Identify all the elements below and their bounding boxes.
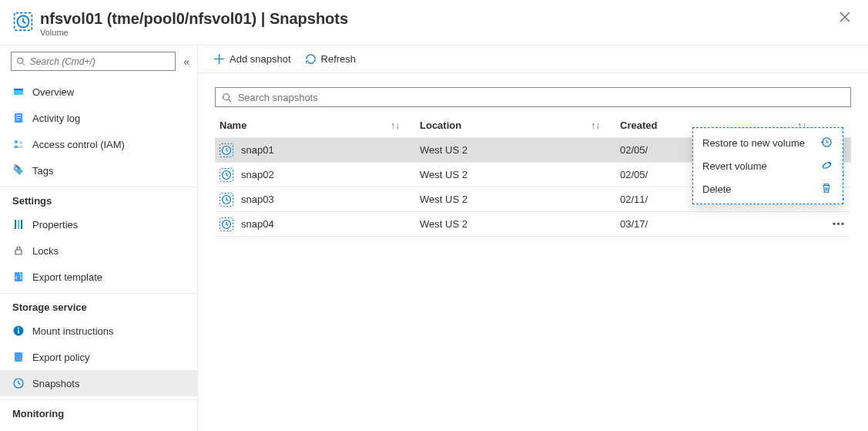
sidebar-item-label: Activity log: [32, 113, 80, 124]
snapshot-search[interactable]: [215, 87, 851, 107]
sidebar-item-export-policy[interactable]: Export policy: [0, 344, 197, 370]
search-icon: [16, 56, 25, 66]
sidebar-item-label: Tags: [32, 165, 53, 177]
volume-snapshot-icon: [12, 11, 34, 32]
svg-rect-8: [16, 120, 19, 120]
svg-point-9: [15, 140, 18, 143]
activity-icon: [12, 112, 25, 124]
restore-icon: [821, 136, 833, 149]
close-button[interactable]: [837, 9, 853, 25]
revert-icon: [821, 160, 833, 172]
sidebar-item-tags[interactable]: Tags: [0, 157, 197, 184]
overview-icon: [12, 86, 25, 98]
svg-rect-14: [21, 220, 22, 229]
sidebar-item-access-control[interactable]: Access control (IAM): [0, 131, 197, 157]
sidebar-item-activity-log[interactable]: Activity log: [0, 105, 197, 131]
snapshot-icon: [220, 143, 233, 157]
name-cell: snap03: [220, 193, 420, 207]
sidebar-item-label: Properties: [32, 219, 78, 231]
trash-icon: [821, 183, 833, 195]
page-header: nfsvol01 (tme/pool0/nfsvol01) | Snapshot…: [0, 0, 868, 45]
svg-point-11: [15, 168, 17, 170]
snapshot-icon: [220, 168, 233, 182]
sidebar-item-label: Access control (IAM): [32, 139, 125, 150]
location-cell: West US 2: [420, 218, 620, 230]
sidebar-item-label: Locks: [32, 245, 59, 257]
template-icon: [12, 271, 25, 283]
sort-icon: ↑↓: [591, 120, 600, 131]
sidebar-item-label: Snapshots: [32, 378, 79, 389]
snapshot-name: snap03: [241, 194, 274, 205]
column-name[interactable]: Name ↑↓: [220, 120, 420, 131]
sidebar-item-metrics[interactable]: Metrics: [0, 424, 197, 431]
nav-section-monitoring: Monitoring: [0, 399, 197, 424]
delete-item[interactable]: Delete: [693, 177, 843, 200]
refresh-button[interactable]: Refresh: [305, 53, 357, 65]
name-cell: snap02: [220, 168, 420, 182]
info-icon: [12, 325, 25, 337]
svg-rect-7: [16, 117, 21, 118]
iam-icon: [12, 138, 25, 150]
row-context-menu: Restore to new volume Revert volume Dele…: [692, 127, 843, 204]
name-cell: snap04: [220, 217, 420, 231]
svg-point-36: [829, 162, 830, 163]
svg-point-10: [19, 141, 22, 144]
name-cell: snap01: [220, 143, 420, 157]
sidebar-item-properties[interactable]: Properties: [0, 211, 197, 237]
tags-icon: [12, 164, 25, 177]
svg-rect-13: [18, 220, 19, 229]
location-cell: West US 2: [420, 144, 620, 156]
nav-section-storage-service: Storage service: [0, 293, 197, 318]
svg-point-2: [17, 58, 22, 63]
policy-icon: [12, 351, 25, 363]
sidebar-item-label: Export template: [32, 271, 102, 283]
refresh-icon: [305, 53, 317, 65]
collapse-sidebar-button[interactable]: «: [183, 56, 189, 68]
location-cell: West US 2: [420, 169, 620, 180]
snapshot-name: snap02: [241, 169, 274, 180]
snapshot-name: snap01: [241, 144, 274, 156]
column-location[interactable]: Location ↑↓: [420, 120, 620, 131]
nav-section-settings: Settings: [0, 187, 197, 211]
svg-point-19: [18, 328, 19, 329]
toolbar: Add snapshot Refresh: [198, 45, 868, 73]
svg-point-25: [223, 93, 230, 99]
add-snapshot-button[interactable]: Add snapshot: [213, 53, 291, 65]
lock-icon: [12, 244, 25, 257]
sidebar-item-label: Overview: [32, 86, 74, 98]
sidebar-search[interactable]: [11, 52, 176, 71]
table-row[interactable]: snap04West US 203/17/•••: [215, 212, 851, 237]
page-title: nfsvol01 (tme/pool0/nfsvol01) | Snapshot…: [40, 9, 348, 28]
revert-volume-item[interactable]: Revert volume: [693, 154, 843, 177]
snapshot-icon: [12, 377, 25, 389]
search-icon: [222, 93, 232, 103]
svg-rect-18: [18, 330, 19, 334]
svg-rect-4: [14, 89, 23, 90]
page-subtitle: Volume: [40, 28, 348, 37]
sidebar-item-label: Export policy: [32, 352, 89, 363]
restore-to-new-volume-item[interactable]: Restore to new volume: [693, 131, 843, 154]
sidebar: « OverviewActivity logAccess control (IA…: [0, 45, 198, 431]
plus-icon: [213, 53, 225, 65]
svg-rect-12: [15, 220, 16, 229]
sidebar-item-label: Mount instructions: [32, 325, 114, 337]
sidebar-item-export-template[interactable]: Export template: [0, 264, 197, 290]
snapshot-icon: [220, 217, 233, 231]
sort-icon: ↑↓: [390, 120, 400, 131]
snapshot-search-input[interactable]: [238, 92, 844, 103]
svg-rect-6: [16, 115, 21, 116]
snapshot-icon: [220, 193, 233, 207]
sidebar-item-snapshots[interactable]: Snapshots: [0, 370, 197, 396]
header-text: nfsvol01 (tme/pool0/nfsvol01) | Snapshot…: [40, 9, 348, 37]
svg-rect-15: [15, 250, 22, 254]
snapshot-name: snap04: [241, 218, 274, 230]
sidebar-item-overview[interactable]: Overview: [0, 79, 197, 105]
properties-icon: [12, 218, 25, 231]
main-pane: Add snapshot Refresh Name ↑↓ Loca: [198, 45, 868, 431]
location-cell: West US 2: [420, 194, 620, 205]
sidebar-item-mount-instructions[interactable]: Mount instructions: [0, 318, 197, 344]
created-cell: 03/17/: [620, 218, 826, 230]
sidebar-search-input[interactable]: [30, 56, 170, 67]
sidebar-item-locks[interactable]: Locks: [0, 237, 197, 264]
row-more-button[interactable]: •••: [826, 218, 851, 230]
